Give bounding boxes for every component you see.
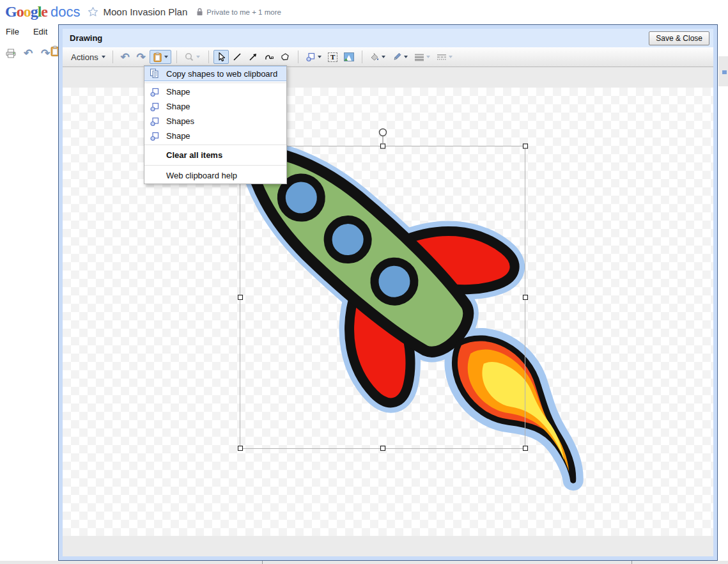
chevron-down-icon bbox=[449, 56, 453, 58]
toolbar-separator bbox=[362, 51, 362, 63]
dialog-title: Drawing bbox=[70, 33, 649, 43]
chevron-down-icon bbox=[164, 56, 168, 58]
logo-letter: e bbox=[41, 3, 47, 20]
menu-file[interactable]: File bbox=[6, 26, 19, 40]
chevron-down-icon bbox=[102, 56, 105, 58]
curve-icon bbox=[264, 52, 274, 62]
menu-edit[interactable]: Edit bbox=[33, 26, 47, 40]
page-bottom-strip bbox=[0, 561, 728, 564]
menu-separator bbox=[144, 165, 286, 166]
google-logo: Googledocs bbox=[5, 3, 80, 20]
chevron-down-icon bbox=[426, 56, 430, 58]
web-clipboard-button[interactable] bbox=[150, 50, 171, 64]
actions-label: Actions bbox=[71, 52, 98, 62]
menu-item-copy-shapes[interactable]: Copy shapes to web clipboard bbox=[144, 66, 286, 81]
shape-icon bbox=[306, 52, 316, 62]
line-color-button[interactable] bbox=[389, 50, 411, 64]
page-divider bbox=[262, 561, 263, 564]
lock-icon bbox=[196, 8, 203, 16]
chevron-down-icon bbox=[196, 56, 200, 58]
menu-item-label: Shape bbox=[166, 102, 190, 111]
page-header: Googledocs Moon Invasion Plan Private to… bbox=[0, 0, 728, 24]
menu-item-clear-all[interactable]: Clear all items bbox=[144, 146, 286, 164]
save-close-button[interactable]: Save & Close bbox=[649, 31, 709, 45]
document-title[interactable]: Moon Invasion Plan bbox=[103, 6, 187, 17]
image-icon bbox=[344, 52, 354, 61]
logo-letter: g bbox=[31, 3, 38, 20]
menu-item-label: Shapes bbox=[166, 116, 194, 126]
line-width-icon bbox=[414, 52, 424, 62]
arrow-tool-button[interactable] bbox=[245, 50, 261, 64]
text-box-icon: T bbox=[328, 52, 337, 62]
select-tool-button[interactable] bbox=[213, 50, 229, 64]
fill-color-button[interactable] bbox=[367, 50, 389, 64]
arrow-icon bbox=[248, 52, 258, 62]
menu-item-label: Shape bbox=[166, 87, 190, 97]
dialog-toolbar: Actions ↶ ↷ bbox=[63, 47, 713, 67]
toolbar-separator bbox=[112, 51, 113, 63]
line-tool-button[interactable] bbox=[229, 50, 245, 64]
dialog-header: Drawing Save & Close bbox=[63, 29, 713, 47]
magnifier-icon bbox=[184, 52, 194, 62]
menu-separator bbox=[144, 82, 286, 83]
toolbar-separator bbox=[176, 51, 177, 63]
star-icon[interactable] bbox=[88, 6, 98, 17]
toolbar-separator bbox=[208, 51, 209, 63]
docs-logo-text: docs bbox=[50, 4, 80, 20]
menu-item-help[interactable]: Web clipboard help bbox=[144, 167, 286, 184]
pencil-icon bbox=[392, 52, 402, 62]
menu-separator bbox=[144, 145, 286, 145]
zoom-button[interactable] bbox=[182, 50, 203, 64]
web-clipboard-icon bbox=[153, 52, 162, 63]
actions-menu-button[interactable]: Actions bbox=[68, 51, 108, 63]
menu-item-shape[interactable]: Shape bbox=[144, 84, 286, 99]
redo-icon[interactable]: ↷ bbox=[134, 50, 149, 64]
menu-item-shape[interactable]: Shape bbox=[144, 129, 286, 143]
privacy-status[interactable]: Private to me + 1 more bbox=[206, 8, 281, 16]
undo-icon[interactable]: ↶ bbox=[22, 47, 35, 59]
line-dash-button[interactable] bbox=[434, 50, 456, 64]
undo-icon[interactable]: ↶ bbox=[118, 50, 133, 64]
menu-item-shape[interactable]: Shape bbox=[144, 99, 286, 114]
menu-item-shapes[interactable]: Shapes bbox=[144, 114, 286, 129]
paint-bucket-icon bbox=[369, 52, 380, 62]
copy-icon bbox=[150, 68, 161, 79]
shape-icon bbox=[150, 102, 161, 112]
polyline-tool-button[interactable] bbox=[277, 50, 293, 64]
logo-letter: o bbox=[17, 3, 24, 20]
line-dash-icon bbox=[437, 52, 447, 62]
side-marker bbox=[722, 70, 727, 74]
shape-icon bbox=[150, 116, 161, 127]
toolbar-separator bbox=[298, 51, 298, 63]
web-clipboard-menu: Copy shapes to web clipboard Shape Shape… bbox=[144, 65, 287, 184]
polyline-icon bbox=[280, 52, 290, 62]
line-width-button[interactable] bbox=[412, 50, 433, 64]
shape-icon bbox=[150, 131, 161, 141]
menu-item-label: Web clipboard help bbox=[166, 171, 237, 180]
print-icon[interactable] bbox=[4, 47, 17, 59]
chevron-down-icon bbox=[318, 56, 321, 58]
logo-letter: o bbox=[24, 3, 31, 20]
menu-item-label: Shape bbox=[166, 131, 190, 141]
line-icon bbox=[232, 52, 242, 62]
shape-icon bbox=[150, 87, 161, 97]
menu-item-label: Copy shapes to web clipboard bbox=[166, 69, 277, 79]
text-box-tool-button[interactable]: T bbox=[325, 50, 341, 64]
chevron-down-icon bbox=[404, 56, 408, 58]
web-clipboard-icon[interactable] bbox=[50, 45, 58, 59]
shape-tool-button[interactable] bbox=[303, 50, 325, 64]
logo-letter: G bbox=[5, 3, 17, 20]
page-divider bbox=[631, 561, 632, 564]
cursor-icon bbox=[216, 52, 226, 62]
chevron-down-icon bbox=[382, 56, 385, 58]
insert-image-button[interactable] bbox=[341, 50, 357, 64]
menu-item-label: Clear all items bbox=[166, 150, 222, 160]
curve-tool-button[interactable] bbox=[261, 50, 277, 64]
